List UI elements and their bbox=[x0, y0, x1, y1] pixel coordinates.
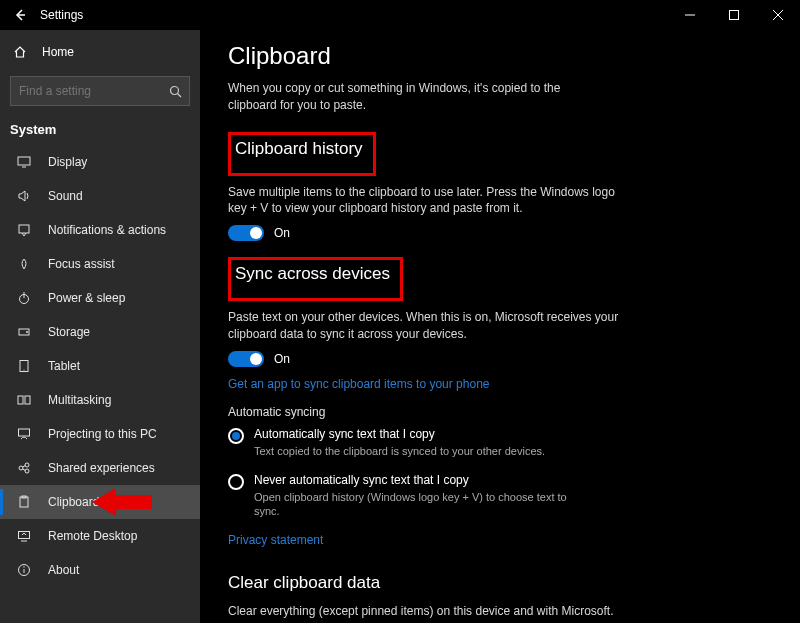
radio-label: Never automatically sync text that I cop… bbox=[254, 473, 594, 487]
radio-button[interactable] bbox=[228, 428, 244, 444]
radio-sublabel: Text copied to the clipboard is synced t… bbox=[254, 444, 545, 459]
sidebar-item-label: About bbox=[48, 563, 79, 577]
sync-toggle[interactable] bbox=[228, 351, 264, 367]
svg-point-31 bbox=[23, 566, 24, 567]
highlight-arrow-icon bbox=[92, 485, 152, 519]
svg-line-22 bbox=[23, 466, 26, 468]
arrow-left-icon bbox=[13, 8, 27, 22]
sidebar-item-label: Multitasking bbox=[48, 393, 111, 407]
sidebar-item-label: Tablet bbox=[48, 359, 80, 373]
svg-rect-16 bbox=[18, 396, 23, 404]
clipboard-history-toggle-row: On bbox=[228, 225, 780, 241]
svg-rect-9 bbox=[19, 225, 29, 233]
sidebar-home-label: Home bbox=[42, 45, 74, 59]
sidebar-item-about[interactable]: About bbox=[0, 553, 200, 587]
close-icon bbox=[773, 10, 783, 20]
clipboard-icon bbox=[14, 495, 34, 509]
sidebar-item-label: Power & sleep bbox=[48, 291, 125, 305]
display-icon bbox=[14, 155, 34, 169]
page-intro: When you copy or cut something in Window… bbox=[228, 80, 608, 114]
back-button[interactable] bbox=[0, 0, 40, 30]
svg-point-5 bbox=[171, 86, 179, 94]
svg-line-23 bbox=[23, 469, 26, 471]
app-body: Home System Display Sound Notifications … bbox=[0, 30, 800, 623]
clipboard-history-toggle[interactable] bbox=[228, 225, 264, 241]
search-input-container[interactable] bbox=[10, 76, 190, 106]
projecting-icon bbox=[14, 427, 34, 441]
window-controls bbox=[668, 0, 800, 30]
sidebar-home[interactable]: Home bbox=[0, 36, 200, 68]
sidebar-item-shared-experiences[interactable]: Shared experiences bbox=[0, 451, 200, 485]
sync-toggle-label: On bbox=[274, 352, 290, 366]
sidebar-item-power-sleep[interactable]: Power & sleep bbox=[0, 281, 200, 315]
radio-sublabel: Open clipboard history (Windows logo key… bbox=[254, 490, 594, 520]
privacy-link[interactable]: Privacy statement bbox=[228, 533, 323, 547]
sidebar-item-sound[interactable]: Sound bbox=[0, 179, 200, 213]
multitasking-icon bbox=[14, 393, 34, 407]
svg-point-20 bbox=[25, 463, 29, 467]
sidebar-item-remote-desktop[interactable]: Remote Desktop bbox=[0, 519, 200, 553]
sidebar-item-label: Shared experiences bbox=[48, 461, 155, 475]
sidebar-item-storage[interactable]: Storage bbox=[0, 315, 200, 349]
shared-experiences-icon bbox=[14, 461, 34, 475]
highlight-box: Clipboard history bbox=[228, 132, 376, 176]
focus-assist-icon bbox=[14, 257, 34, 271]
clipboard-history-toggle-label: On bbox=[274, 226, 290, 240]
clipboard-history-desc: Save multiple items to the clipboard to … bbox=[228, 184, 628, 218]
clear-desc: Clear everything (except pinned items) o… bbox=[228, 603, 628, 620]
svg-point-15 bbox=[23, 369, 24, 370]
remote-desktop-icon bbox=[14, 529, 34, 543]
radio-never-sync[interactable]: Never automatically sync text that I cop… bbox=[228, 473, 780, 520]
sidebar-item-label: Projecting to this PC bbox=[48, 427, 157, 441]
svg-rect-7 bbox=[18, 157, 30, 165]
sidebar-item-label: Storage bbox=[48, 325, 90, 339]
sync-toggle-row: On bbox=[228, 351, 780, 367]
sidebar-item-clipboard[interactable]: Clipboard bbox=[0, 485, 200, 519]
notifications-icon bbox=[14, 223, 34, 237]
svg-rect-2 bbox=[730, 11, 739, 20]
sidebar-item-display[interactable]: Display bbox=[0, 145, 200, 179]
content-pane: Clipboard When you copy or cut something… bbox=[200, 30, 800, 623]
sidebar-item-notifications[interactable]: Notifications & actions bbox=[0, 213, 200, 247]
highlight-box: Sync across devices bbox=[228, 257, 403, 301]
search-icon bbox=[169, 85, 182, 98]
sync-desc: Paste text on your other devices. When t… bbox=[228, 309, 628, 343]
sidebar-item-label: Display bbox=[48, 155, 87, 169]
radio-auto-sync[interactable]: Automatically sync text that I copy Text… bbox=[228, 427, 780, 459]
sidebar-item-label: Sound bbox=[48, 189, 83, 203]
sidebar-item-projecting[interactable]: Projecting to this PC bbox=[0, 417, 200, 451]
sidebar-item-label: Notifications & actions bbox=[48, 223, 166, 237]
section-sync-devices: Sync across devices bbox=[235, 264, 390, 284]
about-icon bbox=[14, 563, 34, 577]
search-input[interactable] bbox=[19, 84, 169, 98]
sidebar-item-tablet[interactable]: Tablet bbox=[0, 349, 200, 383]
storage-icon bbox=[14, 325, 34, 339]
sidebar-item-label: Focus assist bbox=[48, 257, 115, 271]
radio-label: Automatically sync text that I copy bbox=[254, 427, 545, 441]
power-icon bbox=[14, 291, 34, 305]
titlebar: Settings bbox=[0, 0, 800, 30]
maximize-icon bbox=[729, 10, 739, 20]
sidebar: Home System Display Sound Notifications … bbox=[0, 30, 200, 623]
sidebar-item-multitasking[interactable]: Multitasking bbox=[0, 383, 200, 417]
svg-marker-26 bbox=[92, 488, 152, 516]
svg-point-13 bbox=[26, 331, 28, 333]
radio-button[interactable] bbox=[228, 474, 244, 490]
svg-rect-17 bbox=[25, 396, 30, 404]
close-button[interactable] bbox=[756, 0, 800, 30]
auto-sync-heading: Automatic syncing bbox=[228, 405, 780, 419]
toggle-knob bbox=[250, 227, 262, 239]
maximize-button[interactable] bbox=[712, 0, 756, 30]
svg-rect-18 bbox=[19, 429, 30, 436]
minimize-button[interactable] bbox=[668, 0, 712, 30]
sidebar-item-focus-assist[interactable]: Focus assist bbox=[0, 247, 200, 281]
sync-app-link[interactable]: Get an app to sync clipboard items to yo… bbox=[228, 377, 490, 391]
toggle-knob bbox=[250, 353, 262, 365]
svg-point-21 bbox=[25, 469, 29, 473]
sidebar-section-label: System bbox=[0, 116, 200, 145]
home-icon bbox=[10, 45, 30, 59]
sidebar-item-label: Remote Desktop bbox=[48, 529, 137, 543]
sound-icon bbox=[14, 189, 34, 203]
section-clear-data: Clear clipboard data bbox=[228, 573, 780, 593]
tablet-icon bbox=[14, 359, 34, 373]
